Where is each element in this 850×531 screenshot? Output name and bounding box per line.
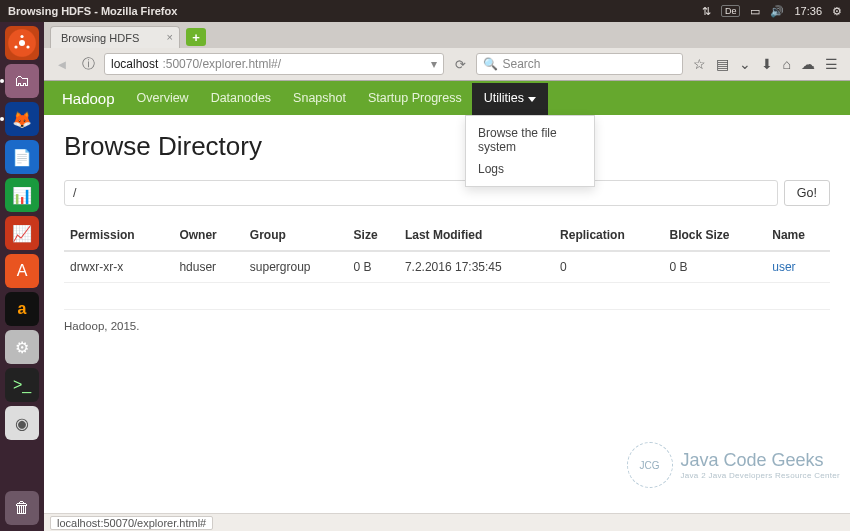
clock[interactable]: 17:36 — [794, 5, 822, 17]
back-button: ◄ — [52, 54, 72, 74]
software-center-icon[interactable]: A — [5, 254, 39, 288]
amazon-icon[interactable]: a — [5, 292, 39, 326]
col-name: Name — [766, 220, 830, 251]
reload-button[interactable]: ⟳ — [450, 54, 470, 74]
firefox-icon[interactable]: 🦊 — [5, 102, 39, 136]
go-button[interactable]: Go! — [784, 180, 830, 206]
sound-icon[interactable]: 🔊 — [770, 5, 784, 18]
chevron-down-icon — [528, 97, 536, 102]
new-tab-button[interactable]: + — [186, 28, 206, 46]
search-icon: 🔍 — [483, 57, 498, 71]
terminal-icon[interactable]: >_ — [5, 368, 39, 402]
nav-snapshot[interactable]: Snapshot — [293, 91, 346, 105]
close-icon[interactable]: × — [167, 31, 173, 43]
tabstrip: Browsing HDFS × + — [44, 22, 850, 48]
col-block-size: Block Size — [663, 220, 766, 251]
identity-icon[interactable]: ⓘ — [78, 54, 98, 74]
dropdown-marker-icon[interactable]: ▾ — [431, 57, 437, 71]
table-row: drwxr-xr-x hduser supergroup 0 B 7.2.201… — [64, 251, 830, 283]
disc-icon[interactable]: ◉ — [5, 406, 39, 440]
dropdown-browse-fs[interactable]: Browse the file system — [466, 122, 594, 158]
nav-utilities-label: Utilities — [484, 91, 524, 105]
col-last-modified: Last Modified — [399, 220, 554, 251]
cell-modified: 7.2.2016 17:35:45 — [399, 251, 554, 283]
bookmark-star-icon[interactable]: ☆ — [693, 56, 706, 72]
page-title: Browse Directory — [64, 131, 830, 162]
utilities-dropdown: Browse the file system Logs — [465, 115, 595, 187]
col-owner: Owner — [173, 220, 243, 251]
footer-note: Hadoop, 2015. — [64, 309, 830, 332]
watermark: JCG Java Code Geeks Java 2 Java Develope… — [627, 442, 840, 488]
nav-datanodes[interactable]: Datanodes — [211, 91, 271, 105]
nav-overview[interactable]: Overview — [137, 91, 189, 105]
keyboard-indicator[interactable]: De — [721, 5, 741, 17]
svg-point-0 — [19, 40, 25, 46]
url-path: :50070/explorer.html#/ — [162, 57, 281, 71]
dropdown-logs[interactable]: Logs — [466, 158, 594, 180]
toolbar-icons: ☆ ▤ ⌄ ⬇ ⌂ ☁ ☰ — [689, 56, 842, 72]
search-placeholder: Search — [502, 57, 540, 71]
cell-group: supergroup — [244, 251, 348, 283]
toolbar: ◄ ⓘ localhost:50070/explorer.html#/ ▾ ⟳ … — [44, 48, 850, 80]
path-input[interactable] — [64, 180, 778, 206]
watermark-line2: Java 2 Java Developers Resource Center — [681, 471, 840, 480]
panel-indicators: ⇅ De ▭ 🔊 17:36 ⚙ — [702, 5, 842, 18]
hadoop-navbar: Hadoop Overview Datanodes Snapshot Start… — [44, 81, 850, 115]
status-hover-url: localhost:50070/explorer.html# — [50, 516, 213, 530]
url-host: localhost — [111, 57, 158, 71]
search-bar[interactable]: 🔍 Search — [476, 53, 682, 75]
cell-name: user — [766, 251, 830, 283]
cell-blocksize: 0 B — [663, 251, 766, 283]
dash-icon[interactable] — [5, 26, 39, 60]
chat-icon[interactable]: ☁ — [801, 56, 815, 72]
home-icon[interactable]: ⌂ — [783, 56, 791, 72]
cell-size: 0 B — [348, 251, 399, 283]
col-group: Group — [244, 220, 348, 251]
cell-replication: 0 — [554, 251, 663, 283]
cell-permission: drwxr-xr-x — [64, 251, 173, 283]
network-icon[interactable]: ⇅ — [702, 5, 711, 18]
watermark-logo: JCG — [627, 442, 673, 488]
statusbar: localhost:50070/explorer.html# — [44, 513, 850, 531]
watermark-text: Java Code Geeks Java 2 Java Developers R… — [681, 450, 840, 480]
col-size: Size — [348, 220, 399, 251]
watermark-line1: Java Code Geeks — [681, 450, 840, 471]
content: Browse Directory Go! Permission Owner Gr… — [44, 115, 850, 348]
reader-icon[interactable]: ▤ — [716, 56, 729, 72]
entry-link-user[interactable]: user — [772, 260, 795, 274]
directory-table: Permission Owner Group Size Last Modifie… — [64, 220, 830, 283]
svg-point-2 — [14, 45, 17, 48]
col-permission: Permission — [64, 220, 173, 251]
path-row: Go! — [64, 180, 830, 206]
pocket-icon[interactable]: ⌄ — [739, 56, 751, 72]
cell-owner: hduser — [173, 251, 243, 283]
col-replication: Replication — [554, 220, 663, 251]
nav-utilities[interactable]: Utilities — [484, 91, 536, 105]
calc-icon[interactable]: 📊 — [5, 178, 39, 212]
page-viewport: Hadoop Overview Datanodes Snapshot Start… — [44, 81, 850, 514]
menu-icon[interactable]: ☰ — [825, 56, 838, 72]
files-icon[interactable]: 🗂 — [5, 64, 39, 98]
downloads-icon[interactable]: ⬇ — [761, 56, 773, 72]
writer-icon[interactable]: 📄 — [5, 140, 39, 174]
svg-point-3 — [26, 45, 29, 48]
unity-launcher: 🗂 🦊 📄 📊 📈 A a ⚙ >_ ◉ 🗑 — [0, 22, 44, 531]
window-title: Browsing HDFS - Mozilla Firefox — [8, 5, 177, 17]
nav-startup-progress[interactable]: Startup Progress — [368, 91, 462, 105]
tab-title: Browsing HDFS — [61, 32, 139, 44]
trash-icon[interactable]: 🗑 — [5, 491, 39, 525]
table-header-row: Permission Owner Group Size Last Modifie… — [64, 220, 830, 251]
browser-chrome: Browsing HDFS × + ◄ ⓘ localhost:50070/ex… — [44, 22, 850, 81]
brand[interactable]: Hadoop — [62, 90, 115, 107]
settings-icon[interactable]: ⚙ — [5, 330, 39, 364]
impress-icon[interactable]: 📈 — [5, 216, 39, 250]
gear-icon[interactable]: ⚙ — [832, 5, 842, 18]
ubuntu-top-panel: Browsing HDFS - Mozilla Firefox ⇅ De ▭ 🔊… — [0, 0, 850, 22]
browser-tab[interactable]: Browsing HDFS × — [50, 26, 180, 48]
svg-point-1 — [20, 35, 23, 38]
url-bar[interactable]: localhost:50070/explorer.html#/ ▾ — [104, 53, 444, 75]
battery-icon[interactable]: ▭ — [750, 5, 760, 18]
